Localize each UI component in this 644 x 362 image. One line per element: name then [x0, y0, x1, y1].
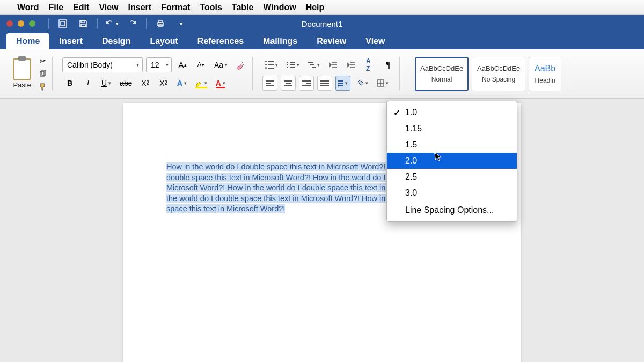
tab-design[interactable]: Design — [92, 33, 140, 49]
grow-font-button[interactable]: A▴ — [175, 57, 190, 72]
print-icon[interactable] — [153, 17, 168, 30]
style-name: Normal — [431, 76, 452, 83]
menu-edit[interactable]: Edit — [73, 3, 89, 12]
shrink-font-button[interactable]: A▾ — [193, 57, 208, 72]
spacing-options-more[interactable]: Line Spacing Options... — [387, 202, 517, 218]
template-icon[interactable] — [55, 17, 70, 30]
decrease-indent-button[interactable] — [326, 57, 341, 72]
undo-icon[interactable]: ▾ — [104, 17, 119, 30]
tab-review[interactable]: Review — [307, 33, 356, 49]
menu-format[interactable]: Format — [161, 3, 190, 12]
show-marks-button[interactable]: ¶ — [380, 57, 396, 72]
tab-mailings[interactable]: Mailings — [253, 33, 307, 49]
menu-insert[interactable]: Insert — [128, 3, 152, 12]
menu-file[interactable]: File — [49, 3, 64, 12]
change-case-button[interactable]: Aa▾ — [211, 57, 230, 72]
style-normal[interactable]: AaBbCcDdEe Normal — [415, 57, 469, 91]
strikethrough-button[interactable]: abc — [117, 76, 135, 91]
format-painter-icon[interactable] — [38, 82, 48, 92]
align-left-button[interactable] — [262, 76, 277, 91]
superscript-button[interactable]: X2 — [156, 76, 171, 91]
bullet-list-button[interactable]: ▾ — [262, 57, 281, 72]
font-size-combo[interactable]: 12 — [146, 57, 172, 72]
font-name-combo[interactable]: Calibri (Body) — [62, 57, 143, 72]
highlight-color-button[interactable]: ▾ — [193, 76, 210, 91]
text-effects-button[interactable]: A▾ — [174, 76, 189, 91]
ribbon: Paste ✂ Calibri (Body) 12 A▴ A▾ Aa▾ B I … — [0, 49, 644, 99]
quick-access-toolbar: ▾ ▾ — [47, 17, 188, 30]
minimize-window-button[interactable] — [18, 20, 24, 27]
save-icon[interactable] — [76, 17, 91, 30]
svg-rect-5 — [159, 20, 162, 23]
subscript-button[interactable]: X2 — [138, 76, 153, 91]
close-window-button[interactable] — [6, 20, 13, 27]
spacing-option-2-0[interactable]: 2.0 — [387, 153, 517, 169]
menu-window[interactable]: Window — [263, 3, 296, 12]
shading-button[interactable]: ▾ — [354, 76, 371, 91]
align-justify-button[interactable] — [317, 76, 332, 91]
style-sample: AaBbCcDdEe — [477, 64, 520, 72]
sort-button[interactable]: AZ↓ — [362, 57, 377, 72]
ribbon-tabs: Home Insert Design Layout References Mai… — [0, 32, 644, 49]
spacing-option-1-15[interactable]: 1.15 — [387, 121, 517, 137]
mouse-cursor-icon — [434, 151, 445, 164]
italic-button[interactable]: I — [80, 76, 96, 91]
svg-rect-0 — [59, 20, 67, 27]
menu-help[interactable]: Help — [306, 3, 325, 12]
spacing-option-1-5[interactable]: 1.5 — [387, 137, 517, 153]
font-color-button[interactable]: A▾ — [213, 76, 228, 91]
spacing-option-3-0[interactable]: 3.0 — [387, 185, 517, 201]
style-name: Headin — [535, 77, 555, 84]
style-sample: AaBbCcDdEe — [420, 64, 463, 72]
style-heading[interactable]: AaBb Headin — [529, 57, 561, 91]
clipboard-icon — [13, 58, 31, 80]
title-bar: ▾ ▾ Document1 — [0, 15, 644, 32]
mac-menubar: Word File Edit View Insert Format Tools … — [0, 0, 644, 15]
group-styles: AaBbCcDdEe Normal AaBbCcDdEe No Spacing … — [405, 53, 570, 95]
multilevel-list-button[interactable]: ▾ — [305, 57, 323, 72]
style-name: No Spacing — [482, 76, 515, 83]
line-spacing-button[interactable]: ▾ — [335, 76, 350, 91]
paste-label: Paste — [13, 81, 31, 89]
svg-rect-3 — [81, 24, 85, 26]
borders-button[interactable]: ▾ — [374, 76, 391, 91]
clear-formatting-button[interactable] — [233, 57, 248, 72]
qat-customize-icon[interactable]: ▾ — [173, 17, 188, 30]
bold-button[interactable]: B — [62, 76, 77, 91]
menu-tools[interactable]: Tools — [200, 3, 222, 12]
tab-insert[interactable]: Insert — [49, 33, 92, 49]
svg-rect-2 — [81, 20, 84, 23]
redo-icon[interactable] — [125, 17, 140, 30]
cut-icon[interactable]: ✂ — [38, 56, 48, 67]
group-paragraph: ▾ ▾ ▾ AZ↓ ¶ ▾ ▾ ▾ — [258, 53, 400, 95]
copy-icon[interactable] — [38, 69, 48, 79]
document-area: How in the world do I double space this … — [0, 99, 644, 362]
app-name[interactable]: Word — [17, 3, 39, 12]
tab-view[interactable]: View — [356, 33, 394, 49]
line-spacing-dropdown: 1.0 1.15 1.5 2.0 2.5 3.0 Line Spacing Op… — [386, 101, 517, 222]
style-sample: AaBb — [535, 64, 555, 73]
zoom-window-button[interactable] — [29, 20, 35, 27]
menu-table[interactable]: Table — [232, 3, 254, 12]
align-right-button[interactable] — [299, 76, 314, 91]
window-controls — [0, 20, 35, 27]
increase-indent-button[interactable] — [344, 57, 359, 72]
spacing-option-2-5[interactable]: 2.5 — [387, 169, 517, 185]
paste-button[interactable]: Paste — [10, 58, 34, 89]
numbered-list-button[interactable]: ▾ — [284, 57, 302, 72]
style-nospacing[interactable]: AaBbCcDdEe No Spacing — [472, 57, 525, 91]
spacing-option-1-0[interactable]: 1.0 — [387, 105, 517, 121]
tab-layout[interactable]: Layout — [140, 33, 187, 49]
tab-references[interactable]: References — [188, 33, 253, 49]
svg-rect-1 — [61, 21, 65, 26]
group-clipboard: Paste ✂ — [5, 53, 53, 95]
underline-button[interactable]: U▾ — [99, 76, 114, 91]
align-center-button[interactable] — [281, 76, 296, 91]
menu-view[interactable]: View — [99, 3, 118, 12]
group-font: Calibri (Body) 12 A▴ A▾ Aa▾ B I U▾ abc X… — [58, 53, 253, 95]
tab-home[interactable]: Home — [6, 33, 49, 49]
